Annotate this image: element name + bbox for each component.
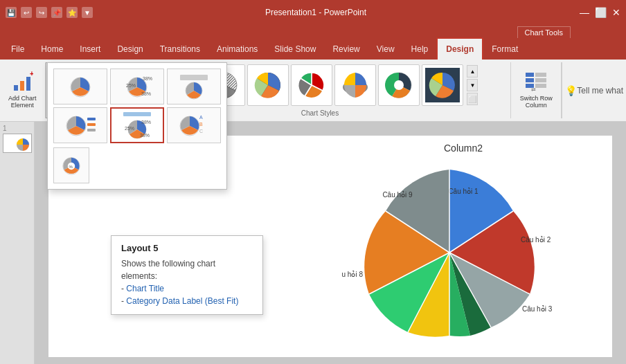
dropdown-icon[interactable]: ▼ [82,7,93,18]
tooltip-body: Shows the following chart elements: - Ch… [121,257,253,307]
ribbon-group-switch: ⇄ Switch RowColumn [511,62,562,118]
chart-style-4[interactable] [291,64,332,106]
star-icon[interactable]: ⭐ [66,7,78,18]
minimize-button[interactable]: — [580,7,589,18]
chart-title: Column2 [342,143,584,154]
tab-animations[interactable]: Animations [208,39,266,60]
chart-style-3[interactable] [247,64,289,106]
layout-tooltip: Layout 5 Shows the following chart eleme… [111,235,263,315]
chart-styles-label: Chart Styles [301,109,339,117]
tooltip-title: Layout 5 [121,243,253,253]
slide-number: 1 [3,125,31,132]
tab-file[interactable]: File [3,39,33,60]
svg-text:25%: 25% [126,83,136,88]
svg-rect-18 [535,73,546,77]
svg-rect-20 [535,78,546,82]
quick-layout-dropdown: 38% 38% 25% [47,62,227,190]
tab-transitions[interactable]: Transitions [152,39,208,60]
tooltip-category-label: Category Data Label (Best Fit) [126,296,238,306]
ribbon-group-add-chart: + Add ChartElement [0,62,46,118]
svg-text:Câu hỏi 1: Câu hỏi 1 [448,188,479,195]
quick-layout-item-2[interactable]: 38% 38% 25% [110,69,164,104]
redo-icon[interactable]: ↪ [36,7,47,18]
scroll-down-button[interactable]: ▼ [467,79,478,91]
quick-layout-row3: % [53,147,221,183]
svg-text:%: % [69,164,73,169]
svg-text:B: B [199,122,203,127]
tell-me-area: 💡 Tell me what [562,62,626,118]
app-title: Presentation1 - PowerPoint [214,8,417,17]
quick-layout-item-1[interactable] [53,69,107,104]
svg-text:⇄: ⇄ [531,87,536,92]
chart-tools-label: Chart Tools [517,26,571,38]
svg-rect-44 [180,75,208,80]
scroll-expand-button[interactable]: ⬜ [467,93,478,105]
tab-design[interactable]: Design [109,39,151,60]
tab-format[interactable]: Format [483,39,526,60]
svg-text:38%: 38% [143,76,152,81]
quick-layout-item-7[interactable]: % [53,147,89,183]
svg-text:25%: 25% [125,126,134,131]
svg-text:Câu hỏi 2: Câu hỏi 2 [521,236,551,244]
restore-button[interactable]: ⬜ [595,7,607,18]
quick-layout-item-5[interactable]: 38% 38% 25% [110,107,164,143]
tell-me-label: Tell me what [577,86,623,95]
slide-thumbnail[interactable] [3,134,32,153]
svg-text:Câu hỏi 9: Câu hỏi 9 [382,191,413,199]
tooltip-chart-title: Chart Title [126,284,164,293]
context-header: Chart Tools [0,25,626,39]
svg-rect-17 [526,73,534,77]
tab-review[interactable]: Review [324,39,368,60]
quick-layout-item-6[interactable]: A B C [167,107,221,143]
chart-styles-scroll: ▲ ▼ ⬜ [465,64,479,107]
lightbulb-icon: 💡 [565,85,577,96]
chart-style-6[interactable] [378,64,420,106]
quick-layout-grid: 38% 38% 25% [53,69,221,143]
quick-layout-item-4[interactable] [53,107,107,143]
switch-row-column-button[interactable]: ⇄ Switch RowColumn [515,69,557,112]
svg-text:38%: 38% [141,91,151,96]
close-button[interactable]: ✕ [612,7,620,18]
svg-text:+: + [30,71,33,78]
tab-view[interactable]: View [368,39,403,60]
tab-design-context[interactable]: Design [436,37,483,60]
svg-rect-49 [87,129,96,131]
save-icon[interactable]: 💾 [6,7,17,18]
svg-text:A: A [199,115,203,120]
chart-container: Column2 [342,143,584,357]
svg-rect-50 [123,112,151,116]
svg-rect-2 [26,77,30,91]
title-bar-left: 💾 ↩ ↪ 📌 ⭐ ▼ [0,7,214,18]
tab-home[interactable]: Home [33,39,71,60]
svg-rect-22 [535,84,546,88]
svg-rect-47 [87,118,96,120]
pie-chart: Câu hỏi 1 Câu hỏi 2 Câu hỏi 3 Câu hỏi 8 … [342,159,557,346]
slide-panel: 1 [0,122,35,364]
pin-icon[interactable]: 📌 [51,7,62,18]
add-chart-element-button[interactable]: + Add ChartElement [4,69,41,112]
svg-rect-48 [87,123,96,126]
tab-slideshow[interactable]: Slide Show [266,39,324,60]
tab-help[interactable]: Help [403,39,437,60]
title-bar: 💾 ↩ ↪ 📌 ⭐ ▼ Presentation1 - PowerPoint —… [0,0,626,25]
add-chart-icon: + [11,71,33,93]
chart-style-7[interactable] [422,64,463,106]
ribbon-tabs: File Home Insert Design Transitions Anim… [0,39,626,60]
svg-text:38%: 38% [141,120,151,125]
svg-rect-1 [20,81,24,91]
svg-rect-0 [14,85,18,91]
svg-text:38%: 38% [140,133,150,138]
tab-insert[interactable]: Insert [71,39,109,60]
scroll-up-button[interactable]: ▲ [467,65,478,78]
chart-style-5[interactable] [334,64,376,106]
svg-text:C: C [199,129,203,134]
svg-rect-19 [526,78,534,82]
quick-layout-item-3[interactable] [167,69,221,104]
svg-point-15 [394,80,404,90]
window-controls: — ⬜ ✕ [418,7,626,18]
undo-icon[interactable]: ↩ [21,7,32,18]
svg-text:Câu hỏi 3: Câu hỏi 3 [522,305,553,313]
switch-row-col-icon: ⇄ [525,71,547,93]
svg-text:Câu hỏi 8: Câu hỏi 8 [342,271,363,278]
